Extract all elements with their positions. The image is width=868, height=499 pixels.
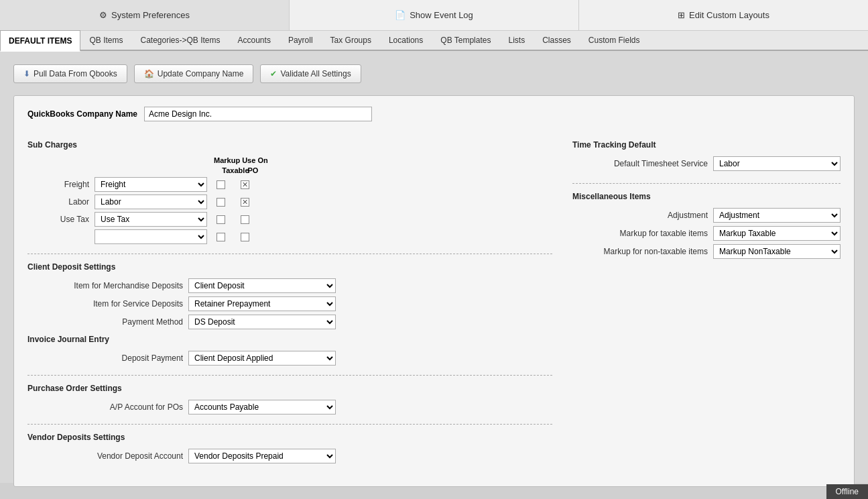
default-timesheet-label: Default Timesheet Service: [572, 159, 713, 168]
labor-taxable-checkbox[interactable]: [216, 198, 225, 207]
markup-taxable-dropdown[interactable]: Markup Taxable: [713, 226, 841, 241]
vendor-deposit-account-row: Vendor Deposit Account Vendor Deposits P…: [27, 449, 552, 463]
gear-icon: ⚙: [99, 10, 107, 20]
custom-layouts-nav[interactable]: ⊞ Edit Custom Layouts: [579, 0, 868, 30]
markup-nontaxable-row: Markup for non-taxable items Markup NonT…: [572, 244, 841, 259]
use-tax-po-checkbox[interactable]: [241, 215, 249, 224]
freight-row: Freight Freight ✕: [27, 177, 552, 192]
tab-bar: DEFAULT ITEMS QB Items Categories->QB It…: [0, 31, 868, 51]
tab-locations[interactable]: Locations: [380, 30, 432, 51]
update-company-button[interactable]: 🏠 Update Company Name: [134, 64, 254, 83]
use-tax-row: Use Tax Use Tax: [27, 212, 552, 227]
sub-charges-section: Sub Charges Markup Use On Taxable PO: [27, 140, 552, 244]
use-tax-taxable-checkbox[interactable]: [216, 215, 225, 224]
divider-right-1: [572, 183, 841, 184]
service-deposits-dropdown[interactable]: Retainer Prepayment: [188, 296, 336, 311]
download-icon: ⬇: [23, 69, 30, 78]
validate-settings-button[interactable]: ✔ Validate All Settings: [260, 64, 361, 83]
use-tax-dropdown[interactable]: Use Tax: [95, 212, 207, 227]
company-name-input[interactable]: [144, 107, 372, 121]
ap-account-label: A/P Account for POs: [27, 402, 188, 412]
markup-nontaxable-dropdown[interactable]: Markup NonTaxable: [713, 244, 841, 259]
event-log-nav[interactable]: 📄 Show Event Log: [290, 0, 579, 30]
merchandise-deposits-dropdown[interactable]: Client Deposit: [188, 278, 336, 293]
vendor-deposits-section: Vendor Deposits Settings Vendor Deposit …: [27, 433, 552, 463]
custom-layouts-label: Edit Custom Layouts: [689, 10, 769, 20]
markup-taxable-label: Markup for taxable items: [572, 229, 713, 238]
po-col-header: PO: [246, 166, 259, 174]
payment-method-label: Payment Method: [27, 317, 188, 327]
tab-custom-fields[interactable]: Custom Fields: [580, 30, 649, 51]
sub-charges-column-headers: Markup Use On Taxable PO: [27, 156, 552, 174]
tab-payroll[interactable]: Payroll: [280, 30, 322, 51]
client-deposit-section: Client Deposit Settings Item for Merchan…: [27, 262, 552, 366]
labor-row: Labor Labor ✕: [27, 195, 552, 209]
tab-qb-templates[interactable]: QB Templates: [432, 30, 499, 51]
default-timesheet-row: Default Timesheet Service Labor: [572, 156, 841, 171]
time-tracking-section: Time Tracking Default Default Timesheet …: [572, 140, 841, 171]
vendor-deposits-heading: Vendor Deposits Settings: [27, 433, 552, 442]
left-column: Sub Charges Markup Use On Taxable PO: [27, 140, 552, 473]
empty-po-checkbox[interactable]: [241, 233, 249, 241]
tab-classes[interactable]: Classes: [534, 30, 580, 51]
offline-badge: Offline: [826, 484, 868, 499]
service-deposits-row: Item for Service Deposits Retainer Prepa…: [27, 296, 552, 311]
freight-taxable-checkbox[interactable]: [216, 180, 225, 189]
payment-method-row: Payment Method DS Deposit: [27, 315, 552, 329]
tab-tax-groups[interactable]: Tax Groups: [322, 30, 380, 51]
adjustment-row: Adjustment Adjustment: [572, 208, 841, 223]
vendor-deposit-account-dropdown[interactable]: Vendor Deposits Prepaid: [188, 449, 336, 463]
empty-sc-checkboxes: [214, 233, 251, 241]
misc-items-section: Miscellaneous Items Adjustment Adjustmen…: [572, 192, 841, 259]
time-tracking-heading: Time Tracking Default: [572, 140, 841, 150]
purchase-order-heading: Purchase Order Settings: [27, 384, 552, 393]
tab-accounts[interactable]: Accounts: [229, 30, 280, 51]
purchase-order-section: Purchase Order Settings A/P Account for …: [27, 384, 552, 414]
ap-account-dropdown[interactable]: Accounts Payable: [188, 400, 336, 414]
tab-qb-items[interactable]: QB Items: [80, 30, 131, 51]
deposit-payment-row: Deposit Payment Client Deposit Applied: [27, 351, 552, 366]
payment-method-dropdown[interactable]: DS Deposit: [188, 315, 336, 329]
markup-nontaxable-label: Markup for non-taxable items: [572, 247, 713, 256]
system-preferences-nav[interactable]: ⚙ System Preferences: [0, 0, 290, 30]
empty-sc-dropdown[interactable]: [95, 229, 207, 244]
company-name-row: QuickBooks Company Name: [27, 107, 841, 128]
adjustment-dropdown[interactable]: Adjustment: [713, 208, 841, 223]
action-buttons: ⬇ Pull Data From Qbooks 🏠 Update Company…: [13, 64, 855, 83]
tab-default-items[interactable]: DEFAULT ITEMS: [0, 30, 80, 52]
update-company-label: Update Company Name: [158, 69, 244, 78]
merchandise-deposits-row: Item for Merchandise Deposits Client Dep…: [27, 278, 552, 293]
top-nav: ⚙ System Preferences 📄 Show Event Log ⊞ …: [0, 0, 868, 31]
use-tax-checkboxes: [214, 215, 251, 224]
tab-lists[interactable]: Lists: [499, 30, 534, 51]
labor-po-checkbox[interactable]: ✕: [241, 198, 249, 207]
check-icon: ✔: [270, 69, 277, 78]
sub-charges-heading: Sub Charges: [27, 140, 552, 150]
default-timesheet-dropdown[interactable]: Labor: [713, 156, 841, 171]
invoice-journal-heading: Invoice Journal Entry: [27, 335, 552, 344]
tab-categories-qb[interactable]: Categories->QB Items: [131, 30, 229, 51]
deposit-payment-dropdown[interactable]: Client Deposit Applied: [188, 351, 336, 366]
settings-panel: QuickBooks Company Name Sub Charges Mark…: [13, 95, 855, 487]
freight-po-checkbox[interactable]: ✕: [241, 180, 249, 189]
taxable-col-header: Taxable: [222, 166, 235, 174]
markup-title: Markup Use On: [214, 156, 268, 165]
validate-settings-label: Validate All Settings: [280, 69, 351, 78]
merchandise-deposits-label: Item for Merchandise Deposits: [27, 281, 188, 290]
use-tax-label: Use Tax: [27, 215, 95, 224]
labor-dropdown[interactable]: Labor: [95, 195, 207, 209]
labor-checkboxes: ✕: [214, 198, 251, 207]
divider-2: [27, 375, 552, 376]
ap-account-row: A/P Account for POs Accounts Payable: [27, 400, 552, 414]
freight-dropdown[interactable]: Freight: [95, 177, 207, 192]
pull-data-button[interactable]: ⬇ Pull Data From Qbooks: [13, 64, 127, 83]
system-preferences-label: System Preferences: [111, 10, 190, 20]
freight-checkboxes: ✕: [214, 180, 251, 189]
divider-3: [27, 424, 552, 425]
freight-label: Freight: [27, 180, 95, 189]
empty-taxable-checkbox[interactable]: [216, 233, 225, 241]
empty-sc-row: [27, 229, 552, 244]
pull-data-label: Pull Data From Qbooks: [34, 69, 117, 78]
markup-taxable-row: Markup for taxable items Markup Taxable: [572, 226, 841, 241]
client-deposit-heading: Client Deposit Settings: [27, 262, 552, 272]
